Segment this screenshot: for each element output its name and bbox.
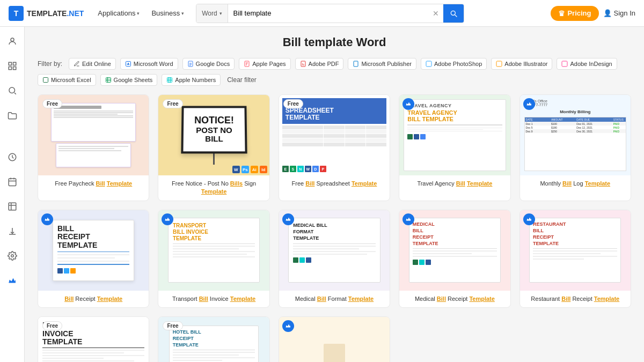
crown-badge [41,213,53,225]
sign-in-link[interactable]: 👤 Sign In [603,9,635,17]
card-label: Monthly Bill Log Template [520,175,631,192]
card-thumb: MEDICALBILLRECEIPTTEMPLATE [399,210,510,291]
nav-business[interactable]: Business ▾ [146,6,189,20]
sidebar-grid-icon[interactable] [4,58,20,74]
card-monthly-bill-log[interactable]: Alfred's Office555-777-7777 Monthly Bill… [519,94,631,201]
card-free-bill-invoice[interactable]: BILLINVOICETEMPLATE W Free Free B [38,316,149,362]
filter-chip-photoshop[interactable]: Adobe PhotoShop [421,58,487,70]
logo-icon: T [9,6,24,21]
filter-chip-apple-pages[interactable]: Apple Pages [239,58,290,70]
crown-badge [523,98,535,110]
svg-point-0 [11,38,14,41]
filter-chip-indesign[interactable]: Adobe InDesign [557,58,617,70]
search-input[interactable] [228,4,429,23]
svg-rect-8 [9,203,16,210]
svg-rect-17 [562,61,567,67]
card-label: Transport Bill Invoice Template [158,291,269,307]
card-travel-agency-bill[interactable]: Travel Agency TRAVEL AGENCYBILL TEMPLATE [399,94,510,201]
svg-rect-14 [354,61,358,67]
card-bill-receipt[interactable]: BILLRECEIPTTEMPLATE [38,210,149,308]
svg-rect-16 [496,61,502,67]
card-thumb: HOTEL BILLRECEIPTTEMPLATE Free [158,317,269,362]
sidebar [0,27,25,362]
clear-filter-link[interactable]: Clear filter [227,76,257,84]
nav-applications[interactable]: Applications ▾ [92,6,145,20]
header: T TEMPLATE.NET Applications ▾ Business ▾… [0,0,644,27]
card-thumb: BILLINVOICETEMPLATE W Free [38,317,149,362]
free-badge: Free [283,99,303,108]
filter-chip-illustrator[interactable]: Adobe Illustrator [491,58,552,70]
chevron-down-icon: ▾ [181,11,184,16]
logo-text: TEMPLATE.NET [27,9,84,18]
sidebar-search-icon[interactable] [4,83,20,99]
card-label: Travel Agency Bill Template [399,175,510,192]
sidebar-settings-icon[interactable] [4,248,20,264]
svg-rect-18 [43,78,48,83]
chevron-down-icon: ▾ [219,11,222,16]
sidebar-user-icon[interactable] [4,33,20,49]
card-transport-bill[interactable]: TRANSPORTBILL INVOICETEMPLATE [158,210,269,308]
svg-point-5 [9,87,15,93]
crown-badge [282,320,294,332]
card-label: Medical Bill Format Template [279,291,390,307]
card-notice-no-bill[interactable]: NOTICE! POST NO BILL Free W Ps Ai Id [158,94,269,201]
sidebar-download-icon[interactable] [4,223,20,239]
svg-rect-7 [9,179,16,186]
svg-rect-20 [167,78,172,83]
filter-chip-google-docs[interactable]: Google Docs [182,58,235,70]
chevron-down-icon: ▾ [137,11,140,16]
free-badge: Free [42,99,62,108]
card-thumb: BILLSPREADSHEETTEMPLATE [279,95,390,175]
card-thumb: BILLRECEIPTTEMPLATE [38,210,149,291]
svg-rect-1 [9,62,11,65]
free-badge: Free [42,321,62,330]
filter-chip-excel[interactable]: Microsoft Excel [38,74,96,86]
card-datanumen[interactable]: Office Invoice datanumen.com [279,316,390,362]
filter-chip-pdf[interactable]: Adobe PDF [295,58,344,70]
card-restaurant-bill-receipt[interactable]: RESTAURANTBILLRECEIPTTEMPLATE Restaura [519,210,631,308]
card-thumb: Alfred's Office555-777-7777 Monthly Bill… [520,95,631,175]
svg-rect-2 [13,62,16,65]
card-bill-spreadsheet[interactable]: BILLSPREADSHEETTEMPLATE [279,94,390,201]
pricing-button[interactable]: ♛ Pricing [551,6,598,21]
card-label: Medical Bill Receipt Template [399,291,510,307]
card-label: Free Bill Spreadsheet Template [279,175,390,192]
filter-label: Filter by: [38,60,62,68]
card-thumb: MEDICAL BILLFORMATTEMPLATE [279,210,390,291]
card-thumb: NOTICE! POST NO BILL Free W Ps Ai Id [158,95,269,175]
user-icon: 👤 [603,9,612,17]
sidebar-history-icon[interactable] [4,149,20,165]
sidebar-crown-icon[interactable] [4,272,20,289]
svg-rect-15 [426,61,431,67]
card-label: Free Notice - Post No Bills Sign Templat… [158,175,269,201]
filter-chip-apple-numbers[interactable]: Apple Numbers [162,74,221,86]
crown-icon: ♛ [558,9,565,18]
logo[interactable]: T TEMPLATE.NET [9,6,84,21]
svg-rect-3 [9,67,11,70]
free-badge: Free [163,321,182,330]
svg-point-9 [11,255,13,257]
crown-badge [402,213,414,225]
filter-chip-edit-online[interactable]: Edit Online [69,58,116,70]
card-free-hotel-bill-receipt[interactable]: HOTEL BILLRECEIPTTEMPLATE Free Free Hote… [158,316,269,362]
sidebar-table-icon[interactable] [4,198,20,215]
card-thumb: TRANSPORTBILL INVOICETEMPLATE [158,210,269,291]
clear-search-icon[interactable]: ✕ [428,9,443,18]
svg-rect-4 [13,67,16,70]
card-label: Restaurant Bill Receipt Template [520,291,631,307]
search-bar: Word ▾ ✕ [196,4,464,23]
sidebar-calendar-icon[interactable] [4,174,20,190]
layout: Bill template Word Filter by: Edit Onlin… [0,27,644,362]
filter-chip-publisher[interactable]: Microsoft Publisher [348,58,416,70]
filter-chip-word[interactable]: Microsoft Word [120,58,178,70]
sidebar-folder-icon[interactable] [4,107,20,123]
filter-chip-sheets[interactable]: Google Sheets [100,74,158,86]
card-thumb: RESTAURANTBILLRECEIPTTEMPLATE [520,210,631,291]
search-category-word[interactable]: Word ▾ [196,4,228,23]
main-content: Bill template Word Filter by: Edit Onlin… [25,27,644,362]
card-label: Bill Receipt Template [38,291,149,307]
card-medical-bill-format[interactable]: MEDICAL BILLFORMATTEMPLATE [279,210,390,308]
card-paycheck-bill[interactable]: Free Free Paycheck Bill Template [38,94,149,201]
card-medical-bill-receipt[interactable]: MEDICALBILLRECEIPTTEMPLATE [399,210,510,308]
search-button[interactable] [443,4,464,23]
